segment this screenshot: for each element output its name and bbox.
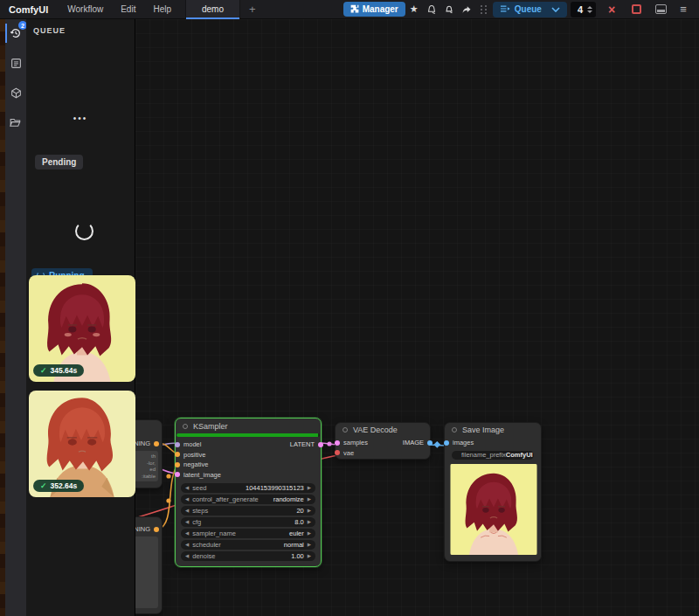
bell-icon[interactable] xyxy=(423,2,440,17)
decrement-arrow-icon[interactable]: ◀ xyxy=(185,496,189,502)
stepper-arrows-icon[interactable] xyxy=(587,6,592,13)
duration-badge: ✓ 345.64s xyxy=(33,364,84,377)
app-logo: ComfyUI xyxy=(0,4,59,15)
widget-filename-prefix[interactable]: filename_prefix ComfyUI xyxy=(452,451,534,460)
sidebar-item-workflows[interactable] xyxy=(5,112,26,133)
sidebar-item-queue[interactable]: 2 xyxy=(5,23,26,44)
collapse-dot-icon[interactable] xyxy=(343,427,348,433)
batch-count-value: 4 xyxy=(578,4,583,15)
node-title: Save Image xyxy=(462,426,504,434)
node-title: KSampler xyxy=(193,422,228,431)
decrement-arrow-icon[interactable]: ◀ xyxy=(185,508,189,513)
toolbar-drag-handle-icon[interactable] xyxy=(481,5,488,14)
node-graph-canvas[interactable]: NNING th -lor, ed :itable NNING KSampler xyxy=(135,19,699,616)
menu-edit[interactable]: Edit xyxy=(112,4,144,14)
model-input-slot[interactable] xyxy=(175,442,180,447)
star-icon[interactable]: ★ xyxy=(405,2,423,17)
increment-arrow-icon[interactable]: ▶ xyxy=(308,553,311,558)
input-images[interactable]: images xyxy=(446,438,541,448)
conditioning-output-slot[interactable] xyxy=(154,527,159,532)
conditioning-output-slot[interactable] xyxy=(154,441,159,446)
clear-queue-button[interactable]: × xyxy=(603,2,620,17)
increment-arrow-icon[interactable]: ▶ xyxy=(308,519,311,524)
images-input-slot[interactable] xyxy=(444,440,449,446)
ksampler-header[interactable]: KSampler xyxy=(176,419,321,433)
decrement-arrow-icon[interactable]: ◀ xyxy=(185,542,189,547)
input-latent-image[interactable]: latent_image xyxy=(177,470,321,481)
list-document-icon xyxy=(10,58,22,69)
latent-input-slot[interactable] xyxy=(175,472,180,477)
increment-arrow-icon[interactable]: ▶ xyxy=(308,530,311,536)
save-image-node[interactable]: Save Image images filename_prefix ComfyU… xyxy=(444,422,542,562)
input-negative[interactable]: negative xyxy=(177,460,321,470)
increment-arrow-icon[interactable]: ▶ xyxy=(308,542,311,547)
saved-image-preview[interactable] xyxy=(450,464,537,555)
increment-arrow-icon[interactable]: ▶ xyxy=(308,508,311,513)
widget-scheduler[interactable]: ◀ scheduler normal ▶ xyxy=(181,540,315,550)
tab-demo-label: demo xyxy=(202,4,224,14)
menu-help[interactable]: Help xyxy=(144,4,180,14)
widget-sampler-name[interactable]: ◀ sampler_name euler ▶ xyxy=(181,529,315,538)
loading-spinner xyxy=(75,222,93,240)
clip-text-encode-node-partial[interactable]: NNING th -lor, ed :itable xyxy=(135,419,163,488)
conditioning-output-label: NNING xyxy=(135,525,150,533)
menu-workflow[interactable]: Workflow xyxy=(59,4,112,14)
sidebar-item-node-library[interactable] xyxy=(5,52,26,73)
vae-decode-node[interactable]: VAE Decode samples vae IMAGE xyxy=(335,422,431,460)
bottom-panel-icon xyxy=(655,4,667,14)
negative-input-slot[interactable] xyxy=(175,462,180,467)
hamburger-menu-button[interactable]: ≡ xyxy=(675,2,692,17)
widget-steps[interactable]: ◀ steps 20 ▶ xyxy=(181,506,315,516)
increment-arrow-icon[interactable]: ▶ xyxy=(308,496,311,502)
conditioning-output-label: NNING xyxy=(135,440,150,447)
output-image[interactable]: IMAGE xyxy=(403,438,430,448)
tab-demo[interactable]: demo xyxy=(185,0,240,19)
check-icon: ✓ xyxy=(40,481,47,490)
vae-decode-header[interactable]: VAE Decode xyxy=(336,423,430,437)
sidebar-item-model-library[interactable] xyxy=(5,82,26,103)
top-menubar: ComfyUI Workflow Edit Help demo + Manage… xyxy=(0,0,699,19)
manager-button[interactable]: Manager xyxy=(343,2,405,17)
prompt-textarea[interactable]: th -lor, ed :itable xyxy=(135,451,158,481)
latent-output-slot[interactable] xyxy=(318,442,323,447)
prompt-textarea[interactable] xyxy=(135,536,158,608)
queue-overflow-dots[interactable]: ••• xyxy=(26,114,135,123)
input-positive[interactable]: positive xyxy=(177,450,321,460)
positive-input-slot[interactable] xyxy=(175,452,180,457)
output-latent[interactable]: LATENT xyxy=(290,440,321,450)
decrement-arrow-icon[interactable]: ◀ xyxy=(185,519,189,524)
new-workflow-button[interactable]: + xyxy=(240,0,265,19)
collapse-dot-icon[interactable] xyxy=(183,424,188,429)
widget-control-after-generate[interactable]: ◀ control_after_generate randomize ▶ xyxy=(181,495,315,504)
stop-icon xyxy=(632,4,641,14)
samples-input-slot[interactable] xyxy=(335,440,340,446)
widget-denoise[interactable]: ◀ denoise 1.00 ▶ xyxy=(181,551,315,561)
link-midpoint-dot xyxy=(166,474,170,478)
link-midpoint-diamond xyxy=(433,441,440,448)
widget-cfg[interactable]: ◀ cfg 8.0 ▶ xyxy=(181,517,315,527)
widget-seed[interactable]: ◀ seed 1044153990315123 ▶ xyxy=(181,483,315,493)
chevron-down-icon[interactable] xyxy=(551,4,560,14)
share-arrow-icon[interactable] xyxy=(458,2,475,17)
batch-count-stepper[interactable]: 4 xyxy=(571,2,596,17)
decrement-arrow-icon[interactable]: ◀ xyxy=(185,553,189,558)
queue-result-item[interactable]: ✓ 352.64s xyxy=(29,391,135,497)
generated-image-preview xyxy=(450,464,537,555)
vae-input-slot[interactable] xyxy=(335,450,340,455)
bell-outline-icon[interactable] xyxy=(440,2,458,17)
queue-button-label: Queue xyxy=(515,4,542,14)
decrement-arrow-icon[interactable]: ◀ xyxy=(185,485,189,490)
collapse-dot-icon[interactable] xyxy=(452,427,457,433)
save-image-header[interactable]: Save Image xyxy=(445,423,541,437)
queue-run-button[interactable]: Queue xyxy=(493,2,567,17)
queue-panel: QUEUE ••• Pending Running xyxy=(26,19,135,616)
stop-button[interactable] xyxy=(627,2,645,17)
ksampler-node[interactable]: KSampler model positive negative xyxy=(175,418,322,567)
increment-arrow-icon[interactable]: ▶ xyxy=(308,485,311,490)
input-vae[interactable]: vae xyxy=(337,448,430,459)
bottom-panel-toggle[interactable] xyxy=(652,2,669,17)
queue-result-item[interactable]: ✓ 345.64s xyxy=(29,275,135,382)
clip-text-encode-node-partial[interactable]: NNING xyxy=(135,516,163,614)
image-output-slot[interactable] xyxy=(427,440,433,446)
decrement-arrow-icon[interactable]: ◀ xyxy=(185,530,189,536)
